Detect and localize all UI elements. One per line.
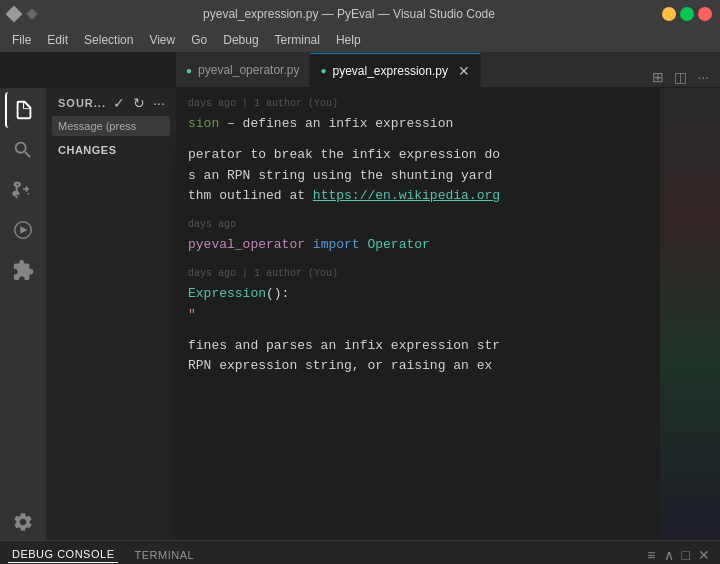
tab-pyeval-expression[interactable]: ● pyeval_expression.py ✕ [310, 53, 480, 87]
menu-file[interactable]: File [4, 31, 39, 49]
close-panel-icon[interactable]: ✕ [696, 545, 712, 565]
activity-run[interactable] [5, 212, 41, 248]
code-line-8: fines and parses an infix expression str [188, 336, 708, 357]
code-block-2: perator to break the infix expression do… [188, 145, 708, 207]
tab-icon2: ● [320, 65, 326, 76]
editor-area: days ago | 1 author (You) sion – defines… [176, 88, 720, 540]
tab-label1: pyeval_operator.py [198, 63, 299, 77]
window-controls [662, 7, 712, 21]
tab-bar-actions: ⊞ ◫ ··· [641, 67, 720, 87]
close-button[interactable] [698, 7, 712, 21]
activity-settings[interactable] [5, 504, 41, 540]
menu-terminal[interactable]: Terminal [267, 31, 328, 49]
view-icon[interactable]: ◫ [671, 67, 690, 87]
chevron-up-icon[interactable]: ∧ [662, 545, 676, 565]
window-title: pyeval_expression.py — PyEval — Visual S… [42, 7, 656, 21]
list-icon[interactable]: ≡ [645, 545, 657, 565]
more-icon[interactable]: ··· [694, 67, 712, 87]
menu-edit[interactable]: Edit [39, 31, 76, 49]
tab-pyeval-operator[interactable]: ● pyeval_operator.py [176, 53, 310, 87]
git-meta-1: days ago | 1 author (You) [188, 96, 708, 112]
bottom-panel: DEBUG CONSOLE TERMINAL ≡ ∧ □ ✕ [0, 540, 720, 564]
code-block-1: days ago | 1 author (You) sion – defines… [188, 96, 708, 135]
code-line-5: pyeval_operator import Operator [188, 235, 708, 256]
check-icon[interactable]: ✓ [110, 94, 128, 112]
code-line-6: Expression(): [188, 284, 708, 305]
sidebar-actions: ✓ ↻ ··· [110, 94, 168, 112]
panel-actions: ≡ ∧ □ ✕ [645, 545, 712, 565]
code-line-1: sion – defines an infix expression [188, 114, 708, 135]
git-meta-2: days ago [188, 217, 708, 233]
sidebar: SOUR... ✓ ↻ ··· Message (press CHANGES P… [46, 88, 176, 540]
code-block-4: days ago | 1 author (You) Expression(): … [188, 266, 708, 326]
tab-bar: ● pyeval_operator.py ● pyeval_expression… [176, 52, 720, 88]
tab-terminal[interactable]: TERMINAL [130, 547, 198, 563]
maximize-button[interactable] [680, 7, 694, 21]
tab-label2: pyeval_expression.py [333, 64, 448, 78]
menubar: File Edit Selection View Go Debug Termin… [0, 28, 720, 52]
code-block-5: fines and parses an infix expression str… [188, 336, 708, 378]
menu-help[interactable]: Help [328, 31, 369, 49]
wikipedia-link[interactable]: https://en.wikipedia.org [313, 188, 500, 203]
activity-explorer[interactable] [5, 92, 41, 128]
menu-debug[interactable]: Debug [215, 31, 266, 49]
split-editor-icon[interactable]: ⊞ [649, 67, 667, 87]
activity-bar [0, 88, 46, 540]
sidebar-title: SOUR... [58, 97, 106, 109]
tab-icon1: ● [186, 65, 192, 76]
activity-git[interactable] [5, 172, 41, 208]
message-text: Message (press [58, 120, 136, 132]
activity-extensions[interactable] [5, 252, 41, 288]
main-layout: SOUR... ✓ ↻ ··· Message (press CHANGES P… [0, 88, 720, 540]
code-line-9: RPN expression string, or raising an ex [188, 356, 708, 377]
panel-tabs: DEBUG CONSOLE TERMINAL ≡ ∧ □ ✕ [0, 541, 720, 564]
code-line-3: s an RPN string using the shunting yard [188, 166, 708, 187]
code-line-4: thm outlined at https://en.wikipedia.org [188, 186, 708, 207]
editor-content: days ago | 1 author (You) sion – defines… [176, 88, 720, 395]
menu-view[interactable]: View [141, 31, 183, 49]
more-actions-icon[interactable]: ··· [150, 94, 168, 112]
git-meta-3: days ago | 1 author (You) [188, 266, 708, 282]
refresh-icon[interactable]: ↻ [130, 94, 148, 112]
minimap [660, 88, 720, 540]
activity-search[interactable] [5, 132, 41, 168]
app-icon [6, 6, 23, 23]
minimize-button[interactable] [662, 7, 676, 21]
sidebar-header: SOUR... ✓ ↻ ··· [46, 88, 176, 116]
changes-label: CHANGES [46, 136, 176, 160]
app-icon2 [26, 8, 37, 19]
menu-go[interactable]: Go [183, 31, 215, 49]
close-tab-icon[interactable]: ✕ [458, 63, 470, 79]
tab-debug-console[interactable]: DEBUG CONSOLE [8, 546, 118, 563]
panel-maximize-icon[interactable]: □ [680, 545, 692, 565]
message-input[interactable]: Message (press [52, 116, 170, 136]
code-line-2: perator to break the infix expression do [188, 145, 708, 166]
code-line-7: " [188, 305, 708, 326]
titlebar: pyeval_expression.py — PyEval — Visual S… [0, 0, 720, 28]
code-block-3: days ago pyeval_operator import Operator [188, 217, 708, 256]
menu-selection[interactable]: Selection [76, 31, 141, 49]
